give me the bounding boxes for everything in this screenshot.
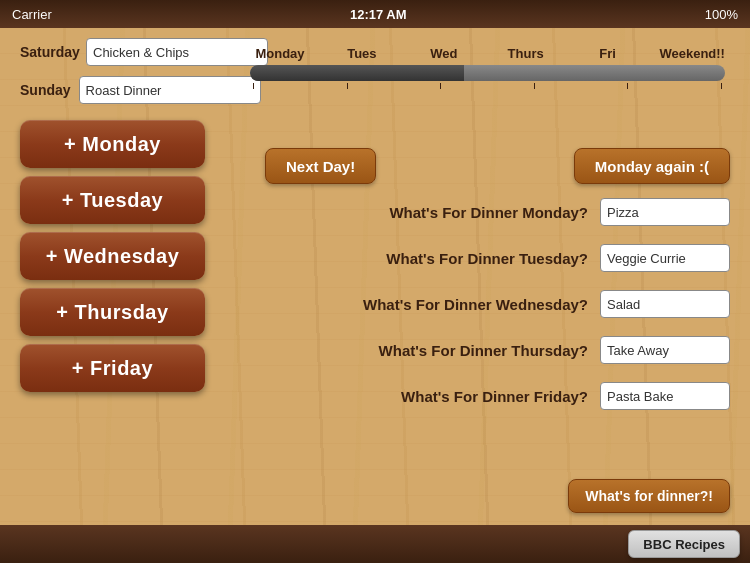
timeline-area: Monday Tues Wed Thurs Fri Weekend!!	[245, 46, 730, 89]
dinner-question-thursday: What's For Dinner Thursday?	[379, 342, 588, 359]
monday-again-button[interactable]: Monday again :(	[574, 148, 730, 184]
dinner-answer-wednesday[interactable]	[600, 290, 730, 318]
carrier-label: Carrier	[12, 7, 52, 22]
dinner-question-wednesday: What's For Dinner Wednesday?	[363, 296, 588, 313]
wednesday-header: Wed	[414, 46, 474, 61]
monday-again-container: Monday again :(	[574, 148, 730, 184]
add-wednesday-button[interactable]: + Wednesday	[20, 232, 205, 280]
status-bar: Carrier 12:17 AM 100%	[0, 0, 750, 28]
tick-marks	[245, 81, 730, 89]
tick-3	[440, 83, 441, 89]
add-friday-button[interactable]: + Friday	[20, 344, 205, 392]
tick-1	[253, 83, 254, 89]
add-thursday-button[interactable]: + Thursday	[20, 288, 205, 336]
left-panel: Saturday Sunday + Monday + Tuesday + Wed…	[20, 38, 240, 400]
sunday-input[interactable]	[79, 76, 261, 104]
next-day-container: Next Day!	[265, 148, 376, 184]
tuesday-header: Tues	[332, 46, 392, 61]
monday-header: Monday	[250, 46, 310, 61]
dinner-row-tuesday: What's For Dinner Tuesday?	[230, 244, 730, 272]
whats-for-dinner-button[interactable]: What's for dinner?!	[568, 479, 730, 513]
dinner-row-thursday: What's For Dinner Thursday?	[230, 336, 730, 364]
saturday-row: Saturday	[20, 38, 240, 66]
main-content: Saturday Sunday + Monday + Tuesday + Wed…	[0, 28, 750, 525]
dinner-question-monday: What's For Dinner Monday?	[389, 204, 588, 221]
whats-dinner-container: What's for dinner?!	[568, 479, 730, 513]
dinner-question-tuesday: What's For Dinner Tuesday?	[386, 250, 588, 267]
dinner-answer-monday[interactable]	[600, 198, 730, 226]
dinner-list: What's For Dinner Monday? What's For Din…	[230, 198, 730, 428]
tick-5	[627, 83, 628, 89]
sunday-label: Sunday	[20, 82, 71, 98]
tick-4	[534, 83, 535, 89]
bottom-bar: BBC Recipes	[0, 525, 750, 563]
dinner-question-friday: What's For Dinner Friday?	[401, 388, 588, 405]
dinner-row-monday: What's For Dinner Monday?	[230, 198, 730, 226]
add-monday-button[interactable]: + Monday	[20, 120, 205, 168]
next-day-button[interactable]: Next Day!	[265, 148, 376, 184]
thursday-header: Thurs	[496, 46, 556, 61]
bbc-recipes-button[interactable]: BBC Recipes	[628, 530, 740, 558]
battery-label: 100%	[705, 7, 738, 22]
saturday-label: Saturday	[20, 44, 78, 60]
dinner-answer-thursday[interactable]	[600, 336, 730, 364]
tick-6	[721, 83, 722, 89]
add-tuesday-button[interactable]: + Tuesday	[20, 176, 205, 224]
day-labels-row: Monday Tues Wed Thurs Fri Weekend!!	[245, 46, 730, 61]
friday-header: Fri	[578, 46, 638, 61]
time-label: 12:17 AM	[350, 7, 407, 22]
dinner-answer-tuesday[interactable]	[600, 244, 730, 272]
tick-2	[347, 83, 348, 89]
progress-fill	[250, 65, 464, 81]
dinner-answer-friday[interactable]	[600, 382, 730, 410]
dinner-row-friday: What's For Dinner Friday?	[230, 382, 730, 410]
progress-bar	[250, 65, 725, 81]
sunday-row: Sunday	[20, 76, 240, 104]
weekend-header: Weekend!!	[659, 46, 725, 61]
saturday-input[interactable]	[86, 38, 268, 66]
add-buttons-container: + Monday + Tuesday + Wednesday + Thursda…	[20, 120, 240, 392]
dinner-row-wednesday: What's For Dinner Wednesday?	[230, 290, 730, 318]
